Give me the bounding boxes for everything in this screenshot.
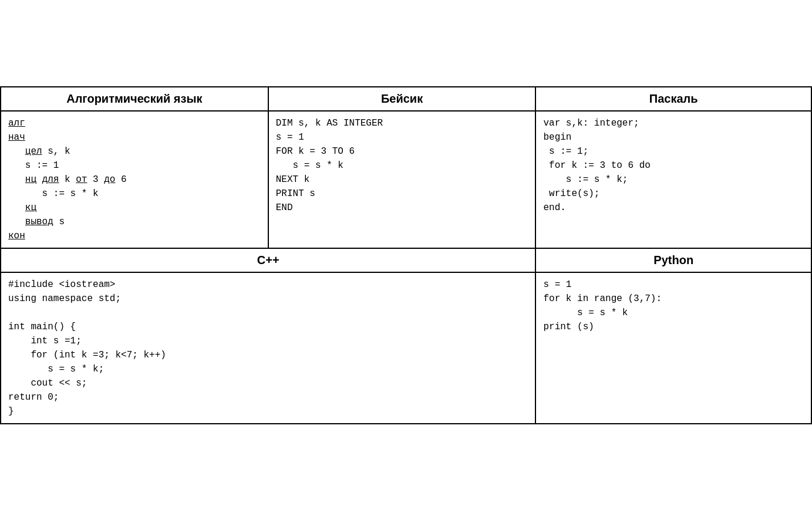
cell-cpp: #include <iostream> using namespace std;… (1, 272, 535, 424)
header-python: Python (535, 248, 811, 272)
header-basic: Бейсик (268, 87, 536, 111)
cell-algo: алг нач цел s, k s := 1 нц для k от 3 до… (1, 111, 268, 248)
cell-basic: DIM s, k AS INTEGER s = 1 FOR k = 3 TO 6… (268, 111, 536, 248)
comparison-table: Алгоритмический язык Бейсик Паскаль алг … (0, 86, 812, 424)
header-cpp: C++ (1, 248, 535, 272)
header-pascal: Паскаль (535, 87, 811, 111)
cell-python: s = 1 for k in range (3,7): s = s * k pr… (535, 272, 811, 424)
cell-pascal: var s,k: integer; begin s := 1; for k :=… (535, 111, 811, 248)
header-algo: Алгоритмический язык (1, 87, 268, 111)
